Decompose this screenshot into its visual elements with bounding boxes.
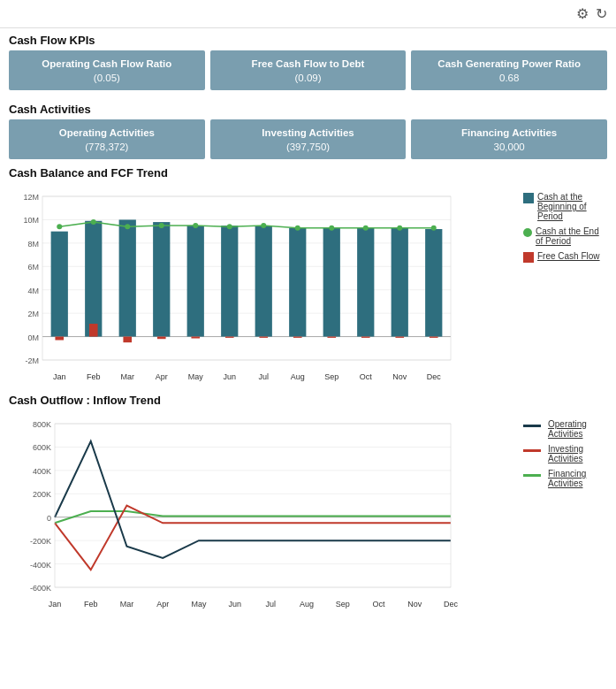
svg-point-47	[261, 223, 266, 228]
svg-text:12M: 12M	[23, 193, 39, 202]
svg-text:200K: 200K	[33, 490, 51, 499]
kpi-card-1: Free Cash Flow to Debt(0.09)	[210, 50, 407, 90]
legend-label-1: Cash at the End of Period	[536, 226, 607, 246]
cashflow-legend-item-1: Cash at the End of Period	[523, 226, 607, 246]
svg-text:6M: 6M	[27, 263, 39, 272]
cashflow-chart-container: 12M10M8M6M4M2M0M-2MJanFebMarAprMayJunJul…	[9, 183, 607, 387]
kpi-card-2: Cash Generating Power Ratio0.68	[411, 50, 607, 90]
legend-label-0: Cash at the Beginning of Period	[537, 192, 607, 221]
svg-text:May: May	[191, 600, 207, 609]
kpi-row: Operating Cash Flow Ratio(0.05)Free Cash…	[0, 50, 616, 97]
kpi-label-1: Free Cash Flow to Debt	[216, 57, 401, 71]
activity-card-1: Investing Activities(397,750)	[210, 119, 407, 159]
svg-rect-29	[55, 336, 64, 340]
svg-text:2M: 2M	[27, 310, 39, 318]
svg-text:0: 0	[47, 514, 51, 523]
outflow-chart-title: Cash Outflow : Inflow Trend	[9, 394, 607, 407]
svg-rect-34	[225, 336, 234, 337]
outflow-legend: Operating ActivitiesInvesting Activities…	[523, 410, 607, 494]
refresh-icon[interactable]: ↻	[596, 5, 607, 22]
svg-rect-18	[85, 221, 102, 337]
svg-rect-36	[293, 336, 302, 337]
svg-point-42	[91, 219, 96, 225]
outflow-legend-item-0: Operating Activities	[523, 419, 607, 439]
outflow-chart-section: Cash Outflow : Inflow Trend 800K600K400K…	[0, 394, 616, 621]
svg-text:Mar: Mar	[120, 600, 134, 609]
svg-rect-38	[361, 336, 370, 337]
svg-text:-400K: -400K	[30, 560, 51, 569]
cashflow-legend-item-2: Free Cash Flow	[523, 251, 607, 263]
activity-label-2: Financing Activities	[416, 126, 602, 140]
svg-rect-22	[221, 226, 238, 337]
svg-rect-28	[425, 229, 442, 337]
svg-text:Sep: Sep	[336, 600, 350, 609]
svg-point-46	[227, 224, 232, 229]
outflow-legend-color-1	[523, 449, 541, 452]
activities-section-title: Cash Activities	[0, 97, 616, 119]
top-bar: ⚙ ↻	[0, 0, 616, 28]
activity-value-0: (778,372)	[14, 142, 200, 152]
svg-text:Sep: Sep	[324, 372, 338, 381]
activity-value-1: (397,750)	[216, 142, 401, 152]
svg-rect-31	[123, 336, 132, 342]
svg-rect-26	[357, 228, 374, 337]
svg-text:Oct: Oct	[360, 372, 373, 381]
activity-label-1: Investing Activities	[216, 126, 401, 140]
legend-color-2	[523, 252, 534, 263]
svg-rect-35	[259, 336, 268, 337]
svg-rect-21	[187, 226, 204, 337]
kpi-label-0: Operating Cash Flow Ratio	[14, 57, 200, 71]
svg-text:Oct: Oct	[373, 600, 386, 609]
legend-label-2: Free Cash Flow	[537, 251, 600, 261]
activity-card-0: Operating Activities(778,372)	[9, 119, 205, 159]
svg-rect-65	[42, 196, 451, 360]
svg-text:400K: 400K	[33, 467, 51, 476]
cashflow-legend-item-0: Cash at the Beginning of Period	[523, 192, 607, 221]
svg-text:Dec: Dec	[444, 600, 459, 609]
svg-text:Aug: Aug	[300, 600, 314, 609]
kpis-section-title: Cash Flow KPIs	[0, 28, 616, 50]
svg-text:Jul: Jul	[266, 600, 277, 609]
svg-text:-2M: -2M	[26, 356, 40, 365]
svg-rect-19	[119, 219, 136, 336]
svg-rect-24	[289, 228, 306, 337]
svg-point-49	[329, 226, 334, 231]
cashflow-chart-section: Cash Balance and FCF Trend 12M10M8M6M4M2…	[0, 166, 616, 394]
gear-icon[interactable]: ⚙	[576, 5, 589, 22]
outflow-legend-color-0	[523, 425, 541, 427]
svg-text:-600K: -600K	[30, 584, 51, 593]
outflow-chart-area: 800K600K400K200K0-200K-400K-600KJanFebMa…	[9, 410, 516, 614]
svg-text:Nov: Nov	[407, 600, 422, 609]
svg-text:Apr: Apr	[156, 600, 169, 609]
outflow-legend-label-2: Financing Activities	[548, 469, 607, 488]
svg-rect-39	[395, 336, 404, 337]
svg-text:Nov: Nov	[392, 372, 407, 381]
svg-text:600K: 600K	[33, 443, 51, 452]
svg-rect-33	[191, 336, 200, 338]
outflow-legend-color-2	[523, 474, 541, 477]
svg-rect-95	[55, 424, 451, 587]
activity-card-2: Financing Activities30,000	[411, 119, 607, 159]
svg-text:Dec: Dec	[427, 372, 442, 381]
kpi-card-0: Operating Cash Flow Ratio(0.05)	[9, 50, 205, 90]
activity-label-0: Operating Activities	[14, 126, 200, 140]
svg-rect-30	[89, 324, 98, 337]
legend-color-0	[523, 193, 534, 203]
svg-point-51	[397, 226, 402, 231]
svg-point-41	[57, 224, 62, 229]
kpi-value-0: (0.05)	[14, 73, 200, 83]
svg-text:4M: 4M	[27, 287, 39, 295]
svg-text:-200K: -200K	[30, 537, 51, 546]
outflow-svg: 800K600K400K200K0-200K-400K-600KJanFebMa…	[9, 410, 460, 614]
svg-rect-23	[255, 226, 272, 337]
svg-text:8M: 8M	[27, 240, 39, 249]
svg-text:Jun: Jun	[228, 600, 241, 609]
legend-dot-1	[523, 228, 532, 237]
outflow-legend-label-0: Operating Activities	[548, 419, 607, 439]
svg-rect-37	[327, 336, 336, 337]
svg-point-44	[159, 223, 164, 228]
outflow-legend-label-1: Investing Activities	[548, 444, 607, 463]
svg-text:10M: 10M	[23, 216, 39, 225]
svg-text:Mar: Mar	[121, 372, 135, 381]
svg-point-45	[193, 223, 198, 228]
